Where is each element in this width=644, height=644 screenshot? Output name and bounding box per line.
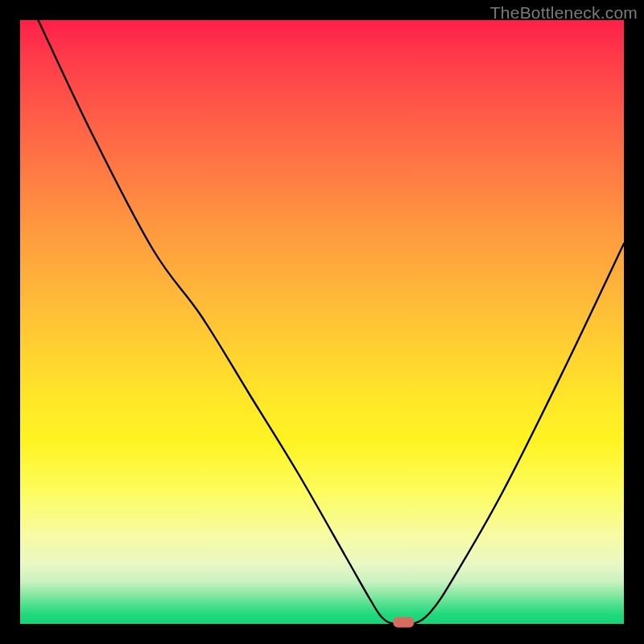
- bottleneck-curve: [39, 20, 625, 625]
- watermark-text: TheBottleneck.com: [490, 3, 638, 23]
- plot-area: [20, 20, 624, 624]
- curve-svg: [20, 20, 624, 624]
- chart-frame: TheBottleneck.com: [0, 0, 644, 644]
- optimal-marker: [393, 617, 414, 628]
